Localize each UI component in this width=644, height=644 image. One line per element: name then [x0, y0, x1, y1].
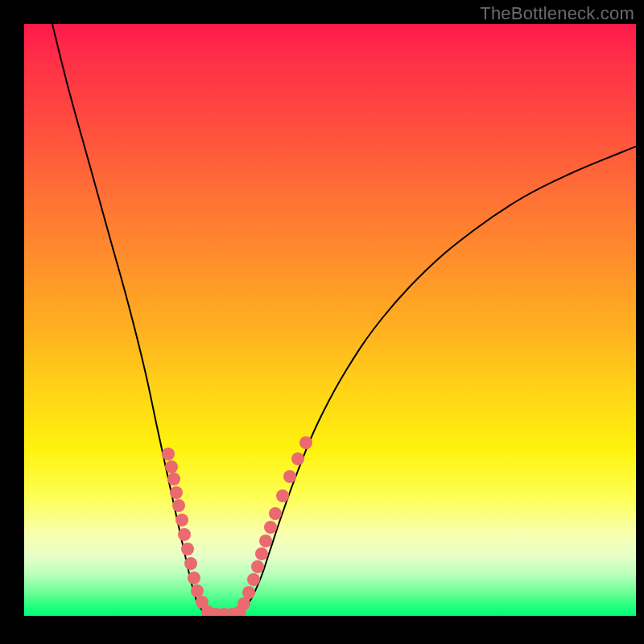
dot-right-9: [283, 470, 296, 483]
dot-right-8: [276, 489, 289, 502]
dot-left-3: [170, 486, 183, 499]
curve-left-arm: [52, 24, 211, 615]
dot-left-10: [191, 584, 204, 597]
dot-right-11: [299, 436, 312, 449]
chart-container: TheBottleneck.com: [0, 0, 644, 644]
watermark-label: TheBottleneck.com: [480, 3, 634, 24]
dot-left-2: [167, 473, 180, 485]
dot-right-6: [264, 521, 277, 534]
curve-svg: [24, 24, 636, 616]
dot-right-7: [269, 507, 282, 520]
dot-left-8: [184, 557, 197, 570]
dot-right-2: [247, 573, 260, 586]
dot-left-5: [175, 514, 188, 526]
dot-right-3: [251, 560, 264, 573]
dot-left-7: [181, 543, 194, 555]
dot-left-6: [178, 528, 191, 541]
dot-left-4: [172, 499, 185, 512]
plot-area: [24, 24, 636, 616]
dot-cluster-bottom: [201, 605, 246, 616]
dot-left-0: [162, 448, 175, 460]
dot-right-1: [242, 586, 255, 599]
dot-left-1: [165, 460, 178, 473]
dot-cluster-right: [237, 436, 312, 610]
curve-right-arm: [235, 147, 636, 615]
dot-left-9: [188, 572, 200, 584]
dot-right-5: [259, 535, 272, 547]
dot-cluster-left: [162, 448, 208, 609]
dot-right-10: [291, 452, 304, 465]
dot-right-4: [255, 547, 268, 560]
